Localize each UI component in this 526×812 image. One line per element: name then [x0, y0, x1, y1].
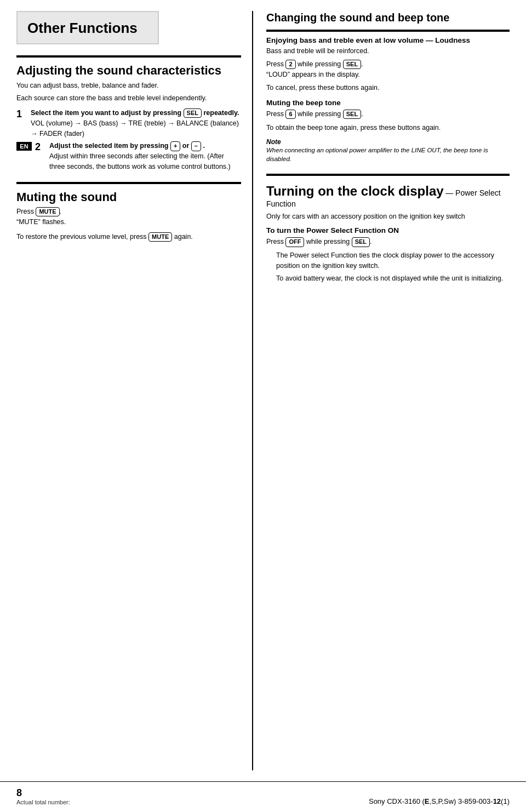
- btn-2: 2: [285, 60, 295, 69]
- step1: 1 Select the item you want to adjust by …: [16, 108, 241, 139]
- ignition-intro: Only for cars with an accessory position…: [266, 211, 510, 222]
- left-column: Other Functions Adjusting the sound char…: [16, 11, 253, 770]
- power-select-body2: To avoid battery wear, the clock is not …: [276, 273, 510, 284]
- right-column: Changing the sound and beep tone Enjoyin…: [253, 11, 510, 770]
- restore-text: To restore the previous volume level, pr…: [16, 232, 241, 242]
- cancel-text: To cancel, press these buttons again.: [266, 83, 510, 93]
- beep-mute-title: Muting the beep tone: [266, 99, 510, 107]
- page-title: Other Functions: [27, 20, 148, 37]
- mute-again-button: MUTE: [148, 232, 172, 242]
- loud-press-line: Press 2 while pressing SEL. “LOUD” appea…: [266, 59, 510, 80]
- section2-title: Muting the sound: [16, 190, 241, 205]
- right-divider2: [266, 174, 510, 176]
- section-divider: [16, 55, 241, 58]
- note-text: When connecting an optional power amplif…: [266, 147, 488, 163]
- beep-again-text: To obtain the beep tone again, press the…: [266, 123, 510, 133]
- note-section: Note When connecting an optional power a…: [266, 138, 510, 164]
- model-info: Sony CDX-3160 (E,S,P,Sw) 3-859-003-12(1): [369, 797, 510, 805]
- en-label: EN: [16, 142, 32, 151]
- right-divider1: [266, 30, 510, 32]
- right-section1-title: Changing the sound and beep tone: [266, 11, 510, 24]
- beep-mute-press: Press 6 while pressing SEL.: [266, 109, 510, 119]
- model-bold: E: [425, 797, 430, 805]
- minus-button: –: [191, 141, 201, 151]
- power-select-press: Press OFF while pressing SEL.: [266, 237, 510, 247]
- section1-title: Adjusting the sound characteristics: [16, 63, 241, 78]
- sel-btn-beep: SEL: [343, 110, 361, 119]
- section2-divider: [16, 182, 241, 184]
- footer-actual: Actual total number:: [16, 799, 369, 805]
- sel-btn-loud: SEL: [343, 60, 361, 69]
- step2-container: EN 2 Adjust the selected item by pressin…: [16, 141, 241, 171]
- btn-6: 6: [285, 110, 295, 119]
- other-functions-box: Other Functions: [16, 11, 159, 44]
- footer-right: Sony CDX-3160 (E,S,P,Sw) 3-859-003-12(1): [369, 797, 510, 805]
- step1-content: Select the item you want to adjust by pr…: [31, 108, 241, 139]
- note-label: Note: [266, 138, 281, 146]
- btn-off: OFF: [285, 237, 304, 247]
- mute-press-line: Press MUTE. “MUTE” flashes.: [16, 207, 241, 227]
- step2-content: Adjust the selected item by pressing + o…: [49, 141, 241, 171]
- footer: 8 Actual total number: Sony CDX-3160 (E,…: [0, 781, 526, 812]
- footer-left: 8 Actual total number:: [16, 787, 369, 805]
- power-select-body1: The Power select Function ties the clock…: [276, 250, 510, 271]
- section1-intro2: Each source can store the bass and trebl…: [16, 93, 241, 104]
- page-number: 8: [16, 787, 369, 799]
- step1-number: 1: [16, 108, 28, 121]
- sel-btn-power: SEL: [352, 237, 370, 247]
- page: Other Functions Adjusting the sound char…: [0, 0, 526, 812]
- turning-title: Turning on the clock display — Power Sel…: [266, 184, 510, 209]
- bass-treble-text: Bass and treble will be reinforced.: [266, 46, 510, 56]
- step2: 2 Adjust the selected item by pressing +…: [35, 141, 241, 171]
- loudness-subtitle: Enjoying bass and treble even at low vol…: [266, 36, 510, 44]
- sel-button-step1: SEL: [184, 108, 202, 118]
- step2-number: 2: [35, 141, 47, 153]
- plus-button: +: [170, 141, 180, 151]
- mute-button: MUTE: [36, 207, 59, 216]
- power-select-on-title: To turn the Power Select Function ON: [266, 226, 510, 235]
- section1-intro1: You can adjust bass, treble, balance and…: [16, 81, 241, 91]
